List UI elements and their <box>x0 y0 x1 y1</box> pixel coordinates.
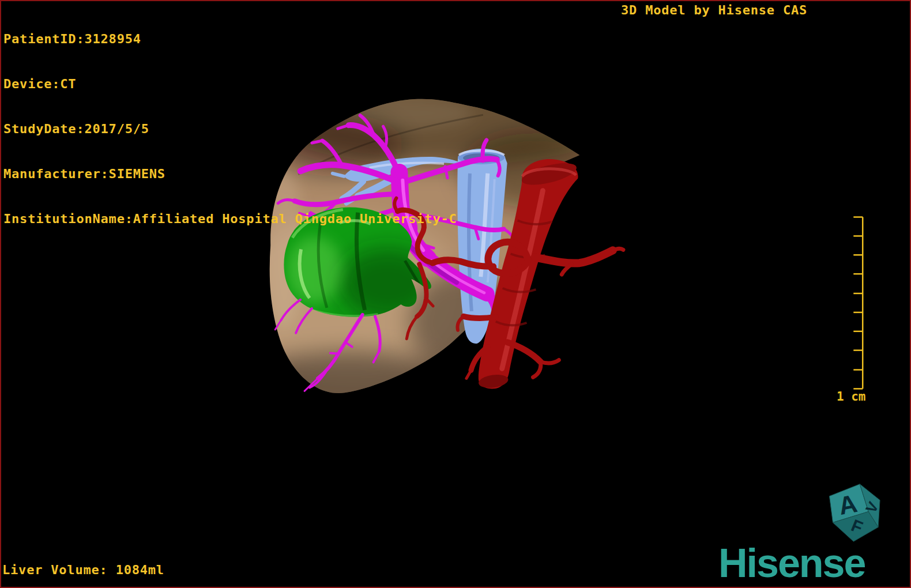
orientation-cube[interactable]: A V F <box>829 484 882 542</box>
watermark-text: 3D Model by Hisense CAS <box>621 3 807 18</box>
manufacturer-line: Manufacturer:SIEMENS <box>3 167 457 182</box>
patient-id-line: PatientID:3128954 <box>3 32 457 47</box>
scale-bar: 1 cm <box>837 217 865 404</box>
scale-bar-label: 1 cm <box>837 390 865 404</box>
liver-volume-readout: Liver Volume: 1084ml <box>2 563 164 578</box>
viewer-root: 1 cm A V F PatientID:3128954 Device:CT S… <box>0 0 911 588</box>
hisense-logo: Hisense <box>718 543 865 583</box>
institution-line: InstitutionName:Affiliated Hospital Qing… <box>3 212 457 227</box>
patient-info-overlay: PatientID:3128954 Device:CT StudyDate:20… <box>3 2 457 257</box>
device-line: Device:CT <box>3 77 457 92</box>
study-date-line: StudyDate:2017/5/5 <box>3 122 457 137</box>
